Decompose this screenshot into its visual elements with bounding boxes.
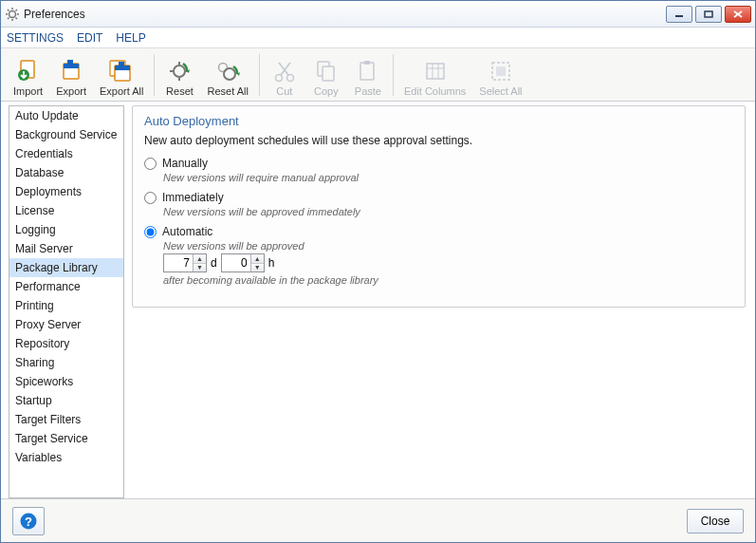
sidebar-item-target-filters[interactable]: Target Filters <box>9 410 123 429</box>
sidebar-item-target-service[interactable]: Target Service <box>9 429 123 448</box>
export-all-icon <box>107 57 136 85</box>
days-spinbox[interactable]: ▲▼ <box>163 253 207 272</box>
menu-edit[interactable]: EDIT <box>77 31 102 45</box>
toolbar-separator <box>259 54 260 96</box>
sidebar-item-mail-server[interactable]: Mail Server <box>9 239 123 258</box>
sidebar-item-variables[interactable]: Variables <box>9 448 123 467</box>
svg-line-31 <box>281 63 290 75</box>
copy-button: Copy <box>305 51 347 99</box>
svg-point-0 <box>9 10 16 17</box>
sidebar-item-deployments[interactable]: Deployments <box>9 182 123 201</box>
toolbar-separator <box>393 54 394 96</box>
copy-label: Copy <box>314 85 339 97</box>
svg-point-28 <box>224 68 235 80</box>
svg-rect-16 <box>64 64 79 68</box>
days-input[interactable] <box>164 256 193 270</box>
sidebar-item-package-library[interactable]: Package Library <box>9 258 123 277</box>
panel-title: Auto Deployment <box>144 114 733 128</box>
panel-desc: New auto deployment schedules will use t… <box>144 134 733 147</box>
select-all-icon <box>487 57 515 85</box>
reset-all-button[interactable]: Reset All <box>200 51 254 99</box>
titlebar: Preferences <box>1 1 755 28</box>
footer: ? Close <box>1 498 755 542</box>
svg-point-29 <box>275 74 282 81</box>
edit-columns-icon <box>421 57 450 85</box>
gear-icon <box>5 7 20 22</box>
sidebar-item-sharing[interactable]: Sharing <box>9 353 123 372</box>
menu-settings[interactable]: SETTINGS <box>7 31 64 45</box>
auto-deployment-panel: Auto Deployment New auto deployment sche… <box>132 105 746 308</box>
sidebar-item-printing[interactable]: Printing <box>9 296 123 315</box>
reset-label: Reset <box>166 85 194 97</box>
maximize-button[interactable] <box>695 6 722 23</box>
hours-down[interactable]: ▼ <box>251 264 264 272</box>
option-manually[interactable]: Manually <box>144 157 733 170</box>
sidebar-item-logging[interactable]: Logging <box>9 220 123 239</box>
option-automatic[interactable]: Automatic <box>144 225 733 238</box>
svg-rect-34 <box>323 66 334 81</box>
import-button[interactable]: Import <box>7 51 49 99</box>
svg-rect-37 <box>427 64 444 79</box>
radio-immediately[interactable] <box>144 192 157 204</box>
sidebar-item-database[interactable]: Database <box>9 163 123 182</box>
svg-rect-36 <box>364 61 370 65</box>
help-button[interactable]: ? <box>12 507 45 535</box>
days-unit: d <box>211 256 217 270</box>
paste-label: Paste <box>355 85 381 97</box>
svg-line-7 <box>8 17 9 19</box>
import-icon <box>14 57 43 85</box>
reset-button[interactable]: Reset <box>158 51 200 99</box>
menu-help[interactable]: HELP <box>116 31 145 45</box>
option-immediately[interactable]: Immediately <box>144 191 733 204</box>
days-up[interactable]: ▲ <box>194 254 206 264</box>
sidebar-item-performance[interactable]: Performance <box>9 277 123 296</box>
sidebar: Auto UpdateBackground ServiceCredentials… <box>9 105 124 498</box>
select-all-button: Select All <box>472 51 528 99</box>
toolbar: Import Export Export All Reset Reset All… <box>1 48 755 102</box>
close-window-button[interactable] <box>725 6 751 23</box>
hours-input[interactable] <box>222 256 250 270</box>
export-button[interactable]: Export <box>49 51 93 99</box>
sidebar-item-credentials[interactable]: Credentials <box>9 144 123 163</box>
export-all-button[interactable]: Export All <box>93 51 150 99</box>
radio-automatic[interactable] <box>144 226 157 238</box>
option-automatic-after: after becoming available in the package … <box>163 274 733 286</box>
hours-spinbox[interactable]: ▲▼ <box>221 253 265 272</box>
paste-button: Paste <box>347 51 389 99</box>
sidebar-item-license[interactable]: License <box>9 201 123 220</box>
cut-label: Cut <box>276 85 292 97</box>
cut-icon <box>270 57 299 85</box>
svg-point-22 <box>174 66 185 77</box>
toolbar-separator <box>154 54 155 96</box>
export-all-label: Export All <box>100 85 143 97</box>
minimize-button[interactable] <box>666 6 692 23</box>
option-automatic-label: Automatic <box>162 225 212 238</box>
hours-up[interactable]: ▲ <box>251 254 264 264</box>
option-manually-note: New versions will require manual approva… <box>163 172 733 183</box>
help-icon: ? <box>19 512 38 531</box>
reset-all-icon <box>213 57 242 85</box>
svg-rect-42 <box>496 66 506 76</box>
import-label: Import <box>13 85 43 97</box>
svg-rect-10 <box>705 11 712 17</box>
copy-icon <box>312 57 341 85</box>
svg-rect-17 <box>67 60 73 64</box>
option-automatic-note: New versions will be approved <box>163 240 733 252</box>
sidebar-item-repository[interactable]: Repository <box>9 334 123 353</box>
sidebar-item-proxy-server[interactable]: Proxy Server <box>9 315 123 334</box>
sidebar-item-startup[interactable]: Startup <box>9 391 123 410</box>
days-down[interactable]: ▼ <box>194 264 206 272</box>
svg-rect-20 <box>115 66 130 70</box>
radio-manually[interactable] <box>144 158 157 170</box>
sidebar-item-spiceworks[interactable]: Spiceworks <box>9 372 123 391</box>
sidebar-item-background-service[interactable]: Background Service <box>9 125 123 144</box>
select-all-label: Select All <box>479 85 522 97</box>
sidebar-item-auto-update[interactable]: Auto Update <box>9 106 123 125</box>
edit-columns-label: Edit Columns <box>404 85 466 97</box>
option-immediately-note: New versions will be approved immedately <box>163 206 733 217</box>
cut-button: Cut <box>264 51 305 99</box>
export-icon <box>57 57 85 85</box>
window-title: Preferences <box>24 8 666 21</box>
close-button[interactable]: Close <box>687 509 744 534</box>
svg-line-32 <box>279 63 288 75</box>
